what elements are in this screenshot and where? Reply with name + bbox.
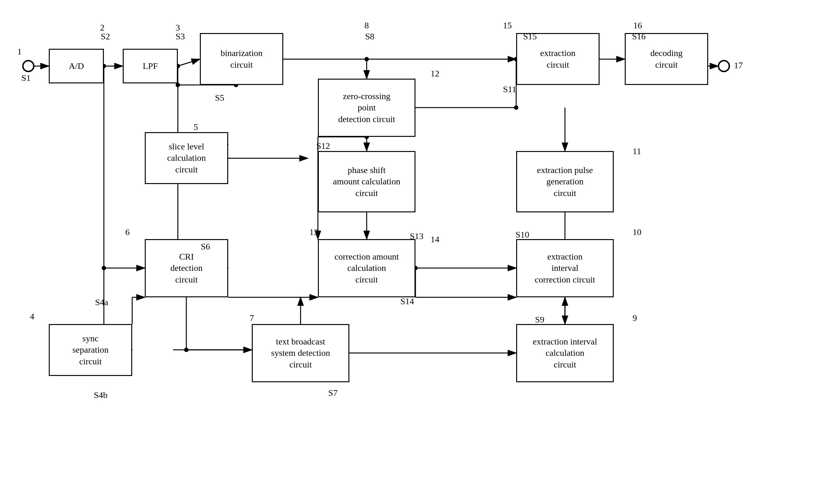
ad-box: A/D	[49, 49, 104, 83]
ref-15: 15	[503, 20, 512, 31]
sig-s15: S15	[523, 31, 537, 42]
sig-s8: S8	[365, 31, 374, 42]
extractintervalcorr-box: extractionintervalcorrection circuit	[516, 239, 614, 297]
diagram: A/D LPF binarizationcircuit extractionci…	[0, 0, 818, 504]
cri-box: CRIdetectioncircuit	[145, 239, 228, 297]
textbroadcast-box: text broadcastsystem detectioncircuit	[252, 324, 349, 382]
correctionamt-label: correction amountcalculationcircuit	[334, 251, 399, 285]
svg-point-17	[176, 83, 180, 87]
ref-17: 17	[734, 60, 743, 70]
slice-box: slice levelcalculationcircuit	[145, 132, 228, 184]
ref-7: 7	[249, 313, 254, 323]
sig-s1: S1	[21, 73, 31, 83]
ref-5: 5	[193, 122, 198, 132]
sig-s13: S13	[410, 231, 424, 241]
ref-13: 13	[309, 227, 318, 237]
output-node	[718, 60, 730, 72]
ref-6: 6	[125, 227, 130, 237]
correctionamt-box: correction amountcalculationcircuit	[318, 239, 416, 297]
sig-s2: S2	[101, 31, 110, 42]
extractpulse-box: extraction pulsegenerationcircuit	[516, 151, 614, 212]
decoding-label: decodingcircuit	[650, 48, 683, 70]
sig-s16: S16	[632, 31, 646, 42]
ref-12: 12	[431, 69, 440, 79]
sig-s5: S5	[215, 93, 224, 103]
svg-point-25	[514, 105, 518, 110]
sig-s4b: S4b	[94, 390, 108, 400]
ref-8: 8	[364, 20, 369, 31]
lpf-label: LPF	[143, 60, 158, 72]
slice-label: slice levelcalculationcircuit	[167, 141, 206, 175]
binarization-box: binarizationcircuit	[200, 33, 283, 85]
sig-s10: S10	[516, 230, 530, 240]
extractintervalcalc-box: extraction intervalcalculationcircuit	[516, 324, 614, 382]
extractpulse-label: extraction pulsegenerationcircuit	[537, 165, 593, 199]
cri-label: CRIdetectioncircuit	[170, 251, 203, 285]
ref-1: 1	[17, 47, 22, 57]
ad-label: A/D	[69, 60, 84, 72]
svg-point-54	[184, 348, 188, 352]
svg-point-39	[102, 266, 106, 270]
zerocrossing-box: zero-crossingpointdetection circuit	[318, 79, 416, 137]
lpf-box: LPF	[123, 49, 178, 83]
textbroadcast-label: text broadcastsystem detectioncircuit	[271, 336, 330, 370]
extractintervalcorr-label: extractionintervalcorrection circuit	[535, 251, 595, 285]
ref-14: 14	[431, 234, 440, 244]
sig-s3: S3	[176, 31, 185, 42]
sig-s7: S7	[328, 388, 338, 398]
binarization-label: binarizationcircuit	[221, 48, 263, 70]
sig-s12: S12	[316, 141, 330, 151]
ref-11: 11	[633, 146, 641, 156]
svg-point-18	[364, 57, 369, 61]
sig-s11: S11	[503, 84, 517, 94]
phaseshift-box: phase shiftamount calculationcircuit	[318, 151, 416, 212]
sig-s4a: S4a	[95, 297, 108, 307]
ref-16: 16	[633, 20, 642, 31]
sig-s6: S6	[201, 242, 210, 252]
extraction-label: extractioncircuit	[541, 48, 576, 70]
input-node	[23, 60, 34, 72]
svg-line-5	[178, 59, 200, 66]
extractintervalcalc-label: extraction intervalcalculationcircuit	[533, 336, 597, 370]
phaseshift-label: phase shiftamount calculationcircuit	[333, 165, 400, 199]
ref-4: 4	[30, 311, 34, 322]
zerocrossing-label: zero-crossingpointdetection circuit	[338, 91, 395, 125]
ref-9: 9	[633, 313, 637, 323]
sync-box: syncseparationcircuit	[49, 324, 132, 376]
sync-label: syncseparationcircuit	[72, 333, 109, 367]
sig-s9: S9	[535, 315, 545, 325]
ref-10: 10	[633, 227, 642, 237]
sig-s14: S14	[400, 296, 414, 306]
